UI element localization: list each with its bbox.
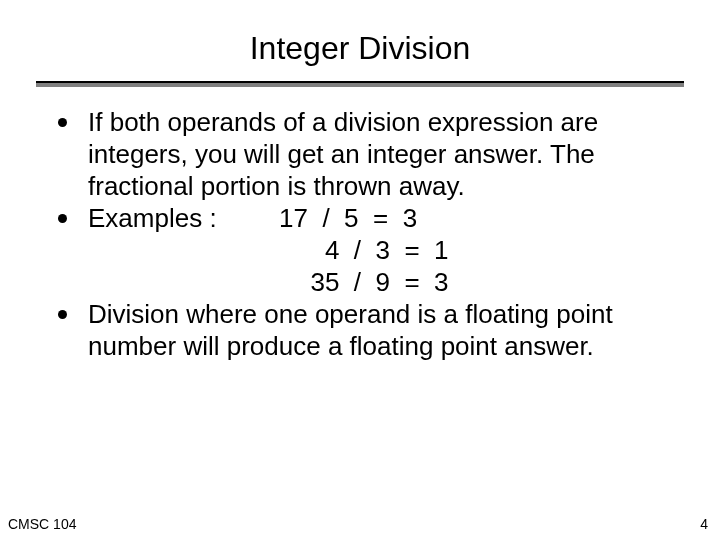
bullet-item-3: Division where one operand is a floating… (58, 299, 684, 363)
bullet-item-1: If both operands of a division expressio… (58, 107, 684, 203)
slide-content: If both operands of a division expressio… (36, 107, 684, 363)
bullet-text-3: Division where one operand is a floating… (88, 299, 684, 363)
bullet-dot-icon (58, 214, 67, 223)
slide: Integer Division If both operands of a d… (0, 0, 720, 540)
bullet-dot-icon (58, 310, 67, 319)
slide-title: Integer Division (36, 30, 684, 67)
example-line-2: 4 / 3 = 1 (296, 235, 684, 267)
example-line-1: 17 / 5 = 3 (265, 203, 417, 235)
footer-course-code: CMSC 104 (8, 516, 76, 532)
bullet-item-2: Examples : 17 / 5 = 3 4 / 3 = 1 35 / 9 =… (58, 203, 684, 299)
bullet-dot-icon (58, 118, 67, 127)
footer-page-number: 4 (700, 516, 708, 532)
example-line-3: 35 / 9 = 3 (296, 267, 684, 299)
examples-label: Examples : (88, 203, 217, 235)
bullet-text-1: If both operands of a division expressio… (88, 107, 684, 203)
divider-line (36, 81, 684, 87)
